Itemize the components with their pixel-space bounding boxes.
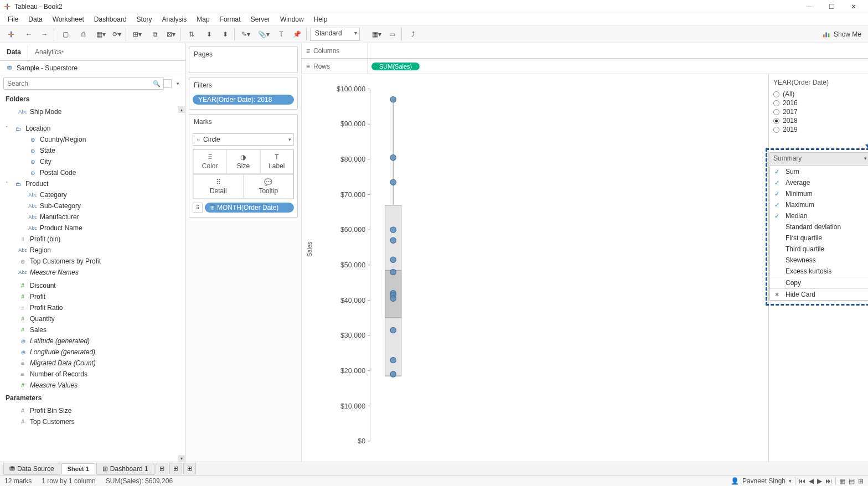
field-category[interactable]: AbcCategory [0,189,178,200]
field-top-customers[interactable]: ⊛Top Customers by Profit [0,256,178,267]
swap-button[interactable]: ⇅ [184,28,199,41]
summary-card-header[interactable]: Summary▾ [769,152,868,164]
field-num-records[interactable]: ≡Number of Records [0,369,178,380]
summary-item-q1[interactable]: First quartile [770,232,868,244]
tab-analytics[interactable]: Analytics• [28,45,185,59]
marks-size[interactable]: ◑Size [226,149,260,174]
summary-item-hide[interactable]: ✕Hide Card [770,288,868,300]
refresh-button[interactable]: ⟳▾ [111,28,126,41]
view-sorter[interactable]: ⊞ [858,477,864,485]
filter-option-all[interactable]: (All) [773,90,864,99]
field-product-name[interactable]: AbcProduct Name [0,223,178,234]
sort-desc-button[interactable]: ⬍ [219,28,235,41]
chart-viewport[interactable]: Sales $0$10,000$20,000$30,000$40,000$50,… [302,74,768,462]
nav-next[interactable]: ▶ [817,477,822,485]
forward-button[interactable]: → [39,28,54,41]
field-profit[interactable]: #Profit [0,291,178,302]
datasource-row[interactable]: ⛃ Sample - Superstore [0,61,185,75]
menu-analysis[interactable]: Analysis [158,14,192,24]
nav-last[interactable]: ⏭ [825,477,832,485]
menu-data[interactable]: Data [24,14,46,24]
fit-dropdown[interactable]: Standard [310,28,360,41]
param-top-customers[interactable]: #Top Customers [0,416,178,427]
summary-item-minimum[interactable]: ✓Minimum [770,188,868,199]
field-measure-values[interactable]: #Measure Values [0,380,178,391]
save-button[interactable]: ▢ [58,28,73,41]
folder-product[interactable]: ˅🗀Product [0,178,178,189]
new-dashboard-tab[interactable]: ⊞ [169,463,182,474]
label-button[interactable]: T [273,28,289,41]
field-quantity[interactable]: #Quantity [0,313,178,324]
field-measure-names[interactable]: AbcMeasure Names [0,267,178,278]
summary-item-maximum[interactable]: ✓Maximum [770,199,868,210]
new-worksheet-tab[interactable]: ⊞ [156,463,168,474]
summary-item-kurtosis[interactable]: Excess kurtosis [770,266,868,277]
field-city[interactable]: ⊕City [0,156,178,167]
filters-shelf[interactable]: Filters YEAR(Order Date): 2018 [189,77,298,110]
tab-data-source[interactable]: ⛃Data Source [3,463,60,475]
summary-item-median[interactable]: ✓Median [770,210,868,221]
minimize-button[interactable]: ─ [798,1,820,13]
summary-item-sum[interactable]: ✓Sum [770,166,868,177]
filter-option-2016[interactable]: 2016 [773,99,864,107]
summary-item-average[interactable]: ✓Average [770,177,868,188]
summary-item-stddev[interactable]: Standard deviation [770,221,868,232]
menu-server[interactable]: Server [246,14,275,24]
nav-prev[interactable]: ◀ [809,477,814,485]
field-subcategory[interactable]: AbcSub-Category [0,200,178,211]
summary-item-copy[interactable]: Copy [770,277,868,288]
search-input[interactable] [3,77,164,90]
field-longitude[interactable]: ⊕Longitude (generated) [0,347,178,358]
user-dropdown[interactable]: ▾ [789,478,792,484]
pin-button[interactable]: 📌 [291,28,307,41]
clear-button[interactable]: ⊠▾ [165,28,180,41]
menu-dashboard[interactable]: Dashboard [90,14,131,24]
menu-help[interactable]: Help [309,14,332,24]
field-ship-mode[interactable]: AbcShip Mode [0,106,178,117]
field-profit-bin[interactable]: ⫴Profit (bin) [0,234,178,245]
tab-sheet-1[interactable]: Sheet 1 [61,463,95,474]
tab-dashboard-1[interactable]: ⊞Dashboard 1 [96,463,154,475]
highlight-button[interactable]: ✎▾ [238,28,254,41]
datapane-menu-button[interactable]: ▾ [174,79,182,88]
field-latitude[interactable]: ⊕Latitude (generated) [0,335,178,347]
summary-item-q3[interactable]: Third quartile [770,244,868,255]
rows-pill-sum-sales[interactable]: SUM(Sales) [371,63,420,70]
share-button[interactable]: ⤴ [405,28,421,41]
new-story-tab[interactable]: ⊞ [183,463,196,474]
folder-location[interactable]: ˅🗀Location [0,123,178,134]
filter-pill-year[interactable]: YEAR(Order Date): 2018 [193,95,294,105]
rows-shelf[interactable]: SUM(Sales) [368,63,868,70]
field-state[interactable]: ⊕State [0,145,178,156]
menu-story[interactable]: Story [132,14,157,24]
filter-option-2017[interactable]: 2017 [773,107,864,116]
close-button[interactable]: ✕ [843,1,865,13]
field-profit-ratio[interactable]: ≡Profit Ratio [0,302,178,313]
field-discount[interactable]: #Discount [0,280,178,291]
field-manufacturer[interactable]: AbcManufacturer [0,211,178,223]
field-postal[interactable]: ⊕Postal Code [0,167,178,178]
filter-option-2019[interactable]: 2019 [773,125,864,134]
marks-detail[interactable]: ⠿Detail [193,174,244,199]
pages-shelf[interactable]: Pages [189,46,298,73]
menu-file[interactable]: File [3,14,23,24]
field-region[interactable]: AbcRegion [0,245,178,256]
autoupdate-button[interactable]: ▦▾ [93,28,108,41]
tab-data[interactable]: Data [0,45,28,59]
marks-tooltip[interactable]: 💬Tooltip [244,174,294,199]
view-tabs[interactable]: ▦ [839,477,845,485]
summary-item-skewness[interactable]: Skewness [770,255,868,266]
sort-asc-button[interactable]: ⬍ [202,28,217,41]
presentation-button[interactable]: ▭ [386,28,402,41]
new-worksheet-button[interactable]: ⊞▾ [130,28,145,41]
nav-first[interactable]: ⏮ [799,477,805,485]
group-button[interactable]: 📎▾ [256,28,271,41]
tableau-icon[interactable] [3,28,19,41]
menu-map[interactable]: Map [192,14,214,24]
new-datasource-button[interactable]: ⎙ [75,28,91,41]
back-button[interactable]: ← [21,28,37,41]
marks-label[interactable]: TLabel [260,149,293,174]
duplicate-button[interactable]: ⧉ [147,28,163,41]
menu-format[interactable]: Format [215,14,245,24]
detail-pill-month[interactable]: ⊞MONTH(Order Date) [205,203,294,213]
